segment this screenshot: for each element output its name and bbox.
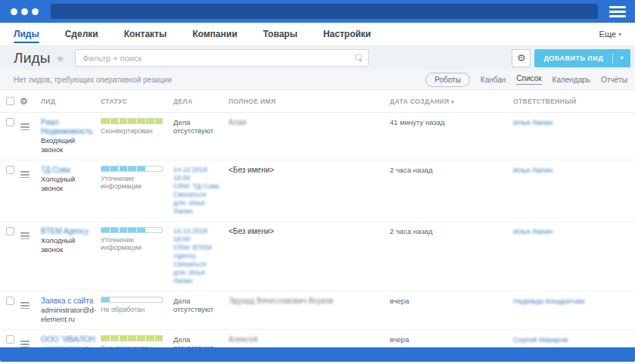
full-name: Алая (229, 118, 246, 126)
favorite-star-icon[interactable]: ★ (56, 53, 65, 64)
columns-gear-icon[interactable]: ⚙ (20, 96, 28, 107)
status-progress-fill (101, 336, 162, 341)
activity-link-line[interactable]: CRM: BTEM (173, 244, 224, 252)
row-menu-icon[interactable] (20, 301, 30, 310)
view-tab-calendar[interactable]: Календарь (553, 76, 590, 84)
column-header-fullname[interactable]: ПОЛНОЕ ИМЯ (229, 90, 390, 113)
status-label: Сконвертирован (101, 127, 169, 135)
row-menu-icon[interactable] (20, 170, 30, 179)
page-title: Лиды (14, 50, 51, 67)
filter-search-input[interactable] (76, 50, 368, 66)
select-all-checkbox[interactable] (6, 97, 14, 105)
table-row: Риал НедвижимостьВходящий звонокСконверт… (0, 113, 635, 160)
sort-caret-icon: ▾ (451, 99, 454, 104)
leads-table-container: ⚙ ЛИД СТАТУС ДЕЛА ПОЛНОЕ ИМЯ ДАТА СОЗДАН… (0, 90, 635, 348)
created-cell: 41 минуту назад (390, 113, 513, 160)
filter-search-box[interactable] (75, 49, 369, 67)
lead-subline: administrator@d-element.ru (41, 306, 96, 324)
responsible-cell: Надежда Кондратова (513, 291, 635, 330)
hamburger-menu-icon[interactable] (609, 6, 626, 17)
lead-cell: Риал НедвижимостьВходящий звонок (41, 113, 101, 160)
row-checkbox-cell (0, 222, 20, 291)
row-checkbox[interactable] (6, 297, 14, 305)
created-date: вчера (390, 297, 409, 305)
lead-name-link[interactable]: Риал Недвижимость (41, 118, 96, 136)
nav-tab-products[interactable]: Товары (263, 23, 297, 45)
full-name: Эдуард Вячеславович Внуков (229, 297, 333, 305)
counter-notice: Нет лидов, требующих оперативной реакции (14, 76, 172, 84)
status-progress-bar (101, 227, 163, 233)
activity-cell: Дела отсутствуют (173, 113, 229, 160)
view-tab-robots[interactable]: Роботы (425, 73, 470, 87)
activity-link-line[interactable]: 14.12.2018 18:00 (173, 166, 224, 182)
status-cell: Уточнение информации (101, 222, 173, 291)
created-cell: вчера (390, 330, 513, 349)
activity-link-line[interactable]: Связаться (173, 260, 224, 269)
add-lead-button[interactable]: ДОБАВИТЬ ЛИД ▼ (534, 49, 630, 67)
view-tab-kanban[interactable]: Канбан (481, 76, 506, 84)
nav-tab-leads[interactable]: Лиды (14, 23, 39, 45)
settings-gear-button[interactable]: ⚙ (512, 49, 531, 67)
lead-cell: ТД СоваХолодный звонок (41, 160, 101, 222)
row-checkbox-cell (0, 291, 20, 330)
lead-name-link[interactable]: ТД Сова (41, 166, 70, 175)
activity-link-line[interactable]: 14.12.2018 18:00 (173, 227, 224, 244)
app-menu-dots-icon[interactable] (11, 8, 39, 15)
activity-none-label: Дела отсутствуют (173, 297, 213, 313)
row-checkbox[interactable] (6, 118, 14, 126)
nav-tab-companies[interactable]: Компании (192, 23, 237, 45)
responsible-link[interactable]: Сергей Макаров (513, 335, 568, 344)
gear-icon: ⚙ (517, 52, 526, 64)
status-progress-bar (101, 166, 163, 172)
status-label: Не обработан (101, 306, 169, 313)
row-menu-icon[interactable] (20, 232, 30, 240)
row-checkbox[interactable] (6, 227, 14, 235)
activity-link-line[interactable]: для: Илья Лапин (173, 199, 224, 216)
row-menu-icon[interactable] (20, 123, 30, 131)
lead-name-link[interactable]: BTEM Agency (41, 227, 89, 236)
fullname-cell: Алая (229, 113, 390, 160)
nav-tab-deals[interactable]: Сделки (65, 23, 98, 45)
fullname-cell: <Без имени> (229, 222, 390, 291)
column-header-responsible[interactable]: ОТВЕТСТВЕННЫЙ (513, 90, 635, 113)
lead-cell: BTEM AgencyХолодный звонок (41, 222, 101, 291)
activity-cell: Дела отсутствуют (173, 330, 229, 349)
row-checkbox[interactable] (6, 166, 14, 174)
nav-more-menu[interactable]: Еще ▾ (599, 23, 621, 45)
activity-link-line[interactable]: Связаться (173, 191, 224, 199)
lead-name-link[interactable]: Заявка с сайта (41, 297, 93, 306)
view-tab-reports[interactable]: Отчёты (601, 76, 627, 84)
status-progress-bar (101, 297, 163, 303)
row-checkbox-cell (0, 113, 20, 160)
search-icon (355, 54, 362, 61)
created-date: 2 часа назад (390, 227, 432, 235)
full-name: Алексей (229, 335, 258, 344)
responsible-link[interactable]: Надежда Кондратова (513, 297, 584, 305)
global-search-bar[interactable] (51, 4, 598, 19)
fullname-cell: Эдуард Вячеславович Внуков (229, 291, 390, 330)
status-label: Уточнение информации (101, 236, 169, 251)
column-header-created[interactable]: ДАТА СОЗДАНИЯ ▾ (390, 90, 513, 113)
nav-more-label: Еще (599, 30, 616, 39)
fullname-cell: Алексей (229, 330, 390, 349)
nav-tab-contacts[interactable]: Контакты (124, 23, 167, 45)
lead-name-link[interactable]: ООО "ИВАЛОН - инженерные системы" (41, 335, 96, 348)
row-menu-cell (20, 113, 41, 160)
column-header-status[interactable]: СТАТУС (101, 90, 173, 113)
responsible-link[interactable]: Илья Лапин (513, 227, 553, 235)
activity-link-line[interactable]: CRM: ТД Сова (173, 182, 224, 191)
responsible-cell: Илья Лапин (513, 160, 635, 222)
nav-tab-settings[interactable]: Настройки (323, 23, 371, 45)
add-lead-label: ДОБАВИТЬ ЛИД (534, 54, 612, 62)
status-cell: Сконвертирован (101, 113, 173, 160)
column-header-lead[interactable]: ЛИД (41, 90, 101, 113)
responsible-link[interactable]: Илья Лапин (513, 118, 553, 126)
activity-link-line[interactable]: для: Илья Лапин (173, 269, 224, 285)
view-tab-list[interactable]: Список (516, 74, 541, 85)
column-header-activity[interactable]: ДЕЛА (173, 90, 229, 113)
row-checkbox[interactable] (6, 335, 14, 344)
crm-window: Лиды Сделки Контакты Компании Товары Нас… (0, 0, 635, 364)
activity-link-line[interactable]: Agency (173, 252, 224, 260)
responsible-link[interactable]: Илья Лапин (513, 166, 553, 174)
add-lead-dropdown-icon[interactable]: ▼ (613, 55, 630, 61)
